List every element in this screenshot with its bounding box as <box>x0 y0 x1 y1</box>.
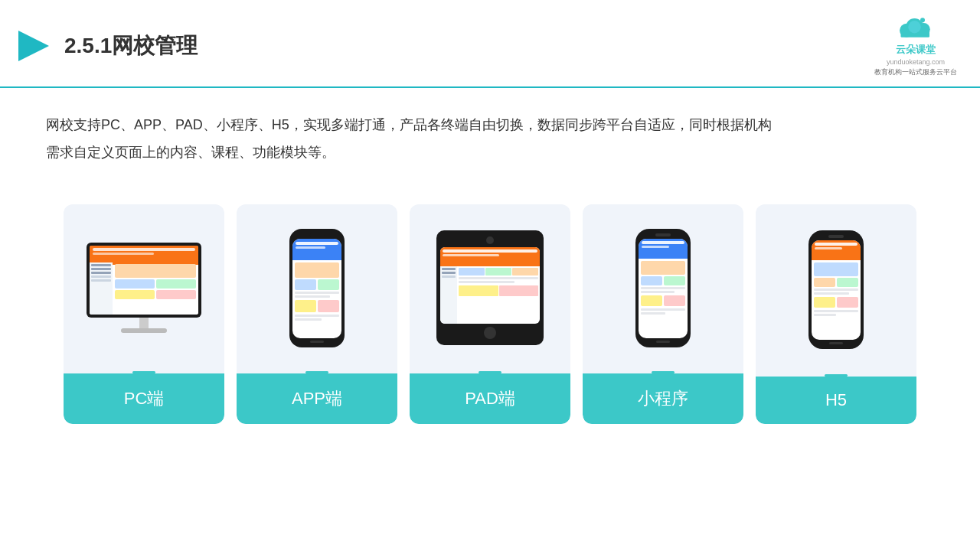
description-text: 网校支持PC、APP、PAD、小程序、H5，实现多端打通，产品各终端自由切换，数… <box>46 117 772 132</box>
description-text-2: 需求自定义页面上的内容、课程、功能模块等。 <box>46 145 335 160</box>
miniprogram-card: 小程序 <box>583 204 743 424</box>
header: 2.5.1网校管理 云朵课堂 yunduoketang.com 教育机构一站式服… <box>0 0 980 88</box>
h5-label: H5 <box>756 377 916 424</box>
pad-device <box>436 230 544 345</box>
logo-area: 云朵课堂 yunduoketang.com 教育机构一站式服务云平台 <box>874 14 957 77</box>
svg-marker-0 <box>18 31 49 61</box>
pad-image-area <box>410 204 570 365</box>
miniprogram-device <box>635 229 691 347</box>
cards-container: PC端 <box>0 181 980 447</box>
h5-card: H5 <box>756 204 916 424</box>
pc-label: PC端 <box>64 373 224 424</box>
play-icon <box>15 28 52 64</box>
miniprogram-label: 小程序 <box>583 373 743 424</box>
page-title: 2.5.1网校管理 <box>64 31 198 60</box>
pad-label: PAD端 <box>410 373 570 424</box>
pc-device <box>87 243 201 333</box>
app-card: APP端 <box>237 204 397 424</box>
app-device <box>289 229 345 347</box>
cloud-logo-icon <box>893 14 939 41</box>
h5-device <box>808 230 864 349</box>
description: 网校支持PC、APP、PAD、小程序、H5，实现多端打通，产品各终端自由切换，数… <box>0 88 980 174</box>
logo-url: yunduoketang.com <box>887 58 945 66</box>
svg-point-5 <box>908 21 921 34</box>
h5-image-area <box>756 204 916 368</box>
svg-point-6 <box>920 18 925 22</box>
pc-card: PC端 <box>64 204 224 424</box>
logo-tagline: 教育机构一站式服务云平台 <box>874 67 957 77</box>
miniprogram-image-area <box>583 204 743 365</box>
pad-card: PAD端 <box>410 204 570 424</box>
header-left: 2.5.1网校管理 <box>15 28 198 64</box>
pc-image-area <box>64 204 224 365</box>
logo-name: 云朵课堂 <box>896 43 936 57</box>
app-image-area <box>237 204 397 365</box>
app-label: APP端 <box>237 373 397 424</box>
